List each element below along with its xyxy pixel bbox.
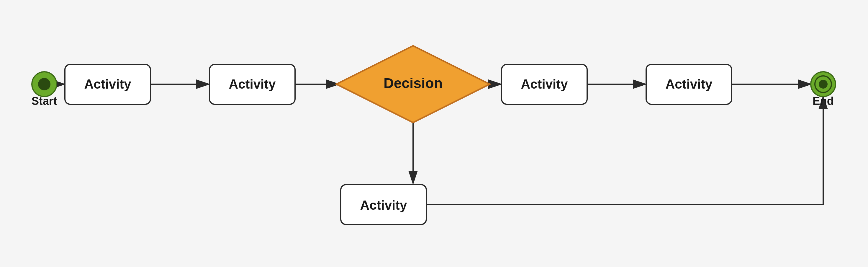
end-label: End (812, 95, 834, 107)
background (0, 0, 868, 267)
activity3-label: Activity (521, 77, 568, 91)
diagram-container: Start Activity Activity Decision Activit… (0, 0, 868, 267)
activity1-label: Activity (84, 77, 131, 91)
start-label: Start (32, 95, 57, 107)
decision-label: Decision (383, 75, 442, 91)
activity4-label: Activity (665, 77, 713, 91)
end-node-inner (819, 80, 827, 88)
start-node-inner (38, 78, 50, 90)
activity2-label: Activity (229, 77, 276, 91)
activity5-label: Activity (360, 198, 407, 212)
